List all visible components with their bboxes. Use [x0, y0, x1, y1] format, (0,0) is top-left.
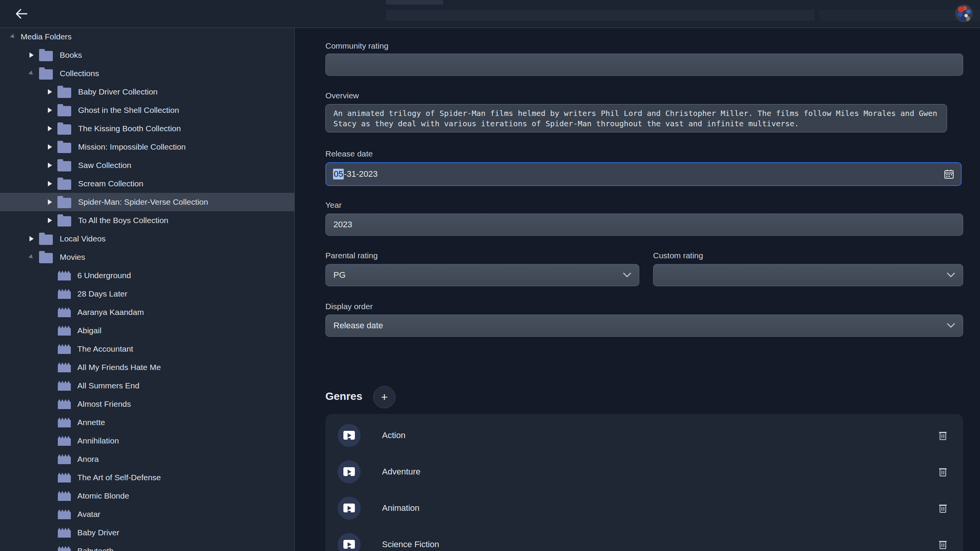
movie-icon [57, 306, 71, 318]
expander-icon[interactable] [42, 413, 57, 432]
delete-genre-icon[interactable] [939, 430, 947, 440]
movie-icon [57, 325, 71, 336]
movie-icon [57, 490, 71, 502]
tree-item-label: Babyteeth [77, 546, 114, 551]
tree-item[interactable]: Almost Friends [0, 395, 294, 413]
user-avatar[interactable] [955, 4, 973, 23]
expander-icon[interactable] [24, 248, 39, 266]
tree-item[interactable]: Atomic Blonde [0, 487, 294, 505]
tree-item[interactable]: Ghost in the Shell Collection [0, 101, 294, 119]
expander-icon[interactable] [42, 542, 57, 551]
expander-icon[interactable] [42, 138, 57, 156]
add-genre-button[interactable]: + [373, 386, 395, 408]
app-top-bar [0, 0, 980, 28]
genre-video-icon [338, 497, 361, 520]
tree-item[interactable]: Collections [0, 64, 294, 83]
tree-item[interactable]: Baby Driver [0, 523, 294, 542]
date-month-segment[interactable]: 05 [333, 169, 344, 179]
tree-item[interactable]: Abigail [0, 321, 294, 340]
overview-label: Overview [325, 91, 359, 100]
delete-genre-icon[interactable] [939, 467, 947, 477]
expander-icon[interactable] [42, 193, 57, 211]
expander-icon[interactable] [42, 101, 57, 119]
tree-item[interactable]: 28 Days Later [0, 285, 294, 303]
folder-icon [57, 216, 71, 227]
expander-icon[interactable] [24, 230, 39, 248]
expander-icon[interactable] [42, 174, 57, 193]
tree-item[interactable]: All My Friends Hate Me [0, 358, 294, 377]
folder-icon [57, 124, 71, 135]
expander-icon[interactable] [42, 432, 57, 450]
expander-icon[interactable] [42, 83, 57, 101]
tree-item[interactable]: Media Folders [0, 28, 294, 46]
year-input[interactable]: 2023 [325, 214, 963, 236]
tree-item[interactable]: Books [0, 46, 294, 64]
tree-item-label: Avatar [77, 510, 100, 519]
tree-item-label: Collections [60, 69, 99, 78]
tree-item[interactable]: Scream Collection [0, 174, 294, 193]
tree-item[interactable]: Mission: Impossible Collection [0, 138, 294, 156]
tree-item[interactable]: All Summers End [0, 377, 294, 395]
tree-item[interactable]: Saw Collection [0, 156, 294, 174]
tree-item[interactable]: 6 Underground [0, 266, 294, 285]
expander-icon[interactable] [42, 285, 57, 303]
expander-icon[interactable] [42, 266, 57, 285]
delete-genre-icon[interactable] [939, 540, 947, 549]
tree-item[interactable]: The Art of Self-Defense [0, 468, 294, 487]
expander-icon[interactable] [42, 119, 57, 138]
expander-icon[interactable] [42, 505, 57, 523]
expander-icon[interactable] [42, 523, 57, 542]
tree-item[interactable]: Spider-Man: Spider-Verse Collection [0, 193, 294, 211]
tree-item[interactable]: The Kissing Booth Collection [0, 119, 294, 138]
arrow-left-icon [15, 8, 28, 19]
calendar-icon[interactable] [944, 169, 954, 179]
tree-item[interactable]: Annihilation [0, 432, 294, 450]
expander-icon[interactable] [42, 303, 57, 321]
movie-icon [57, 417, 71, 428]
expander-icon[interactable] [42, 358, 57, 377]
folder-icon [39, 235, 53, 245]
expander-icon[interactable] [42, 377, 57, 395]
custom-rating-select[interactable] [653, 264, 963, 286]
expander-icon[interactable] [42, 156, 57, 174]
expander-icon[interactable] [42, 340, 57, 358]
chevron-down-icon [947, 323, 955, 328]
overview-textarea[interactable]: An animated trilogy of Spider-Man films … [325, 104, 947, 132]
tree-item[interactable]: Aaranya Kaandam [0, 303, 294, 321]
tree-item[interactable]: Babyteeth [0, 542, 294, 551]
folder-icon [57, 143, 71, 153]
tree-item[interactable]: Avatar [0, 505, 294, 523]
dimmed-background-content [386, 10, 815, 21]
genre-label: Adventure [382, 467, 420, 477]
display-order-select[interactable]: Release date [325, 315, 963, 337]
tree-item[interactable]: Anora [0, 450, 294, 468]
back-button[interactable] [14, 7, 29, 21]
expander-icon[interactable] [42, 395, 57, 413]
tree-item[interactable]: The Accountant [0, 340, 294, 358]
expander-icon[interactable] [24, 64, 39, 83]
tree-item[interactable]: Baby Driver Collection [0, 83, 294, 101]
tree-item[interactable]: Annette [0, 413, 294, 432]
expander-icon[interactable] [5, 28, 21, 46]
expander-icon[interactable] [42, 321, 57, 340]
tree-item-label: Media Folders [21, 32, 72, 41]
dimmed-background-content [386, 0, 443, 5]
expander-icon[interactable] [42, 211, 57, 230]
community-rating-input[interactable] [325, 54, 963, 76]
tree-item-label: Saw Collection [78, 161, 131, 170]
parental-rating-select[interactable]: PG [325, 264, 639, 286]
expander-icon[interactable] [42, 468, 57, 487]
movie-icon [57, 380, 71, 391]
date-rest-segment[interactable]: -31-2023 [344, 169, 377, 179]
delete-genre-icon[interactable] [939, 503, 947, 513]
tree-item[interactable]: Local Videos [0, 230, 294, 248]
expander-icon[interactable] [42, 487, 57, 505]
year-value: 2023 [333, 220, 352, 230]
tree-item[interactable]: To All the Boys Collection [0, 211, 294, 230]
tree-item[interactable]: Movies [0, 248, 294, 266]
expander-icon[interactable] [42, 450, 57, 468]
expander-icon[interactable] [24, 46, 39, 64]
release-date-input[interactable]: 05-31-2023 [325, 162, 962, 186]
display-order-label: Display order [325, 302, 373, 311]
genre-video-icon [338, 424, 361, 447]
